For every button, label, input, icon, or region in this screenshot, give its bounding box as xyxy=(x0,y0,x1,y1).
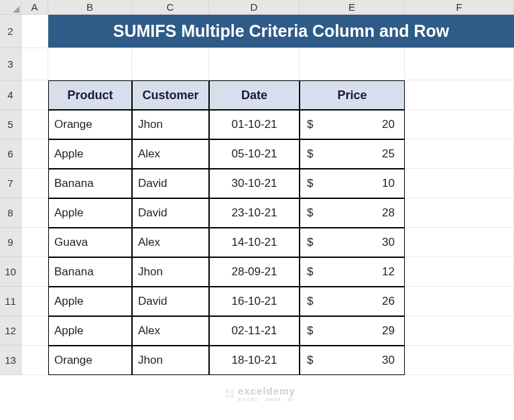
row-header-2[interactable]: 2 xyxy=(0,15,21,48)
table-row[interactable]: $29 xyxy=(300,316,405,346)
col-header-E[interactable]: E xyxy=(300,0,405,15)
cell-A5[interactable] xyxy=(21,110,48,139)
row-header-8[interactable]: 8 xyxy=(0,198,21,228)
cell-B3[interactable] xyxy=(48,48,132,80)
cell-A10[interactable] xyxy=(21,257,48,287)
currency-symbol: $ xyxy=(307,118,313,131)
cell-A6[interactable] xyxy=(21,139,48,169)
row-header-4[interactable]: 4 xyxy=(0,80,21,110)
row-header-11[interactable]: 11 xyxy=(0,287,21,316)
table-row[interactable]: $25 xyxy=(300,139,405,169)
table-row[interactable]: 23-10-21 xyxy=(209,198,300,228)
cell-C3[interactable] xyxy=(132,48,209,80)
table-row[interactable]: David xyxy=(132,169,209,198)
cell-F11[interactable] xyxy=(405,287,514,316)
cell-A7[interactable] xyxy=(21,169,48,198)
table-row[interactable]: 18-10-21 xyxy=(209,346,300,375)
table-row[interactable]: Apple xyxy=(48,316,132,346)
watermark: exceldemy EXCEL · DATA · BI xyxy=(224,385,296,403)
cell-F9[interactable] xyxy=(405,228,514,257)
cell-A4[interactable] xyxy=(21,80,48,110)
col-header-F[interactable]: F xyxy=(405,0,514,15)
price-value: 25 xyxy=(382,147,395,161)
table-row[interactable]: Apple xyxy=(48,287,132,316)
table-header-customer[interactable]: Customer xyxy=(132,80,209,110)
col-header-D[interactable]: D xyxy=(209,0,300,15)
table-row[interactable]: Banana xyxy=(48,169,132,198)
cell-A3[interactable] xyxy=(21,48,48,80)
cell-E3[interactable] xyxy=(300,48,405,80)
cell-F8[interactable] xyxy=(405,198,514,228)
svg-rect-2 xyxy=(226,395,229,398)
cell-A11[interactable] xyxy=(21,287,48,316)
row-header-13[interactable]: 13 xyxy=(0,346,21,375)
table-row[interactable]: $26 xyxy=(300,287,405,316)
watermark-icon xyxy=(224,389,235,399)
cell-A8[interactable] xyxy=(21,198,48,228)
cell-F3[interactable] xyxy=(405,48,514,80)
table-row[interactable]: David xyxy=(132,198,209,228)
svg-rect-0 xyxy=(226,390,229,393)
table-row[interactable]: 16-10-21 xyxy=(209,287,300,316)
currency-symbol: $ xyxy=(307,206,313,220)
table-row[interactable]: 14-10-21 xyxy=(209,228,300,257)
page-title: SUMIFS Multiple Criteria Column and Row xyxy=(48,15,514,48)
svg-rect-3 xyxy=(231,395,234,398)
table-row[interactable]: $30 xyxy=(300,346,405,375)
table-row[interactable]: Alex xyxy=(132,228,209,257)
spreadsheet-grid: A B C D E F 2 SUMIFS Multiple Criteria C… xyxy=(0,0,514,375)
row-header-9[interactable]: 9 xyxy=(0,228,21,257)
table-row[interactable]: Guava xyxy=(48,228,132,257)
price-value: 30 xyxy=(382,236,395,249)
table-row[interactable]: $10 xyxy=(300,169,405,198)
table-row[interactable]: Jhon xyxy=(132,110,209,139)
row-header-5[interactable]: 5 xyxy=(0,110,21,139)
price-value: 12 xyxy=(382,265,395,279)
table-row[interactable]: Alex xyxy=(132,139,209,169)
col-header-C[interactable]: C xyxy=(132,0,209,15)
price-value: 20 xyxy=(382,118,395,131)
cell-A12[interactable] xyxy=(21,316,48,346)
table-row[interactable]: $30 xyxy=(300,228,405,257)
cell-F4[interactable] xyxy=(405,80,514,110)
row-header-12[interactable]: 12 xyxy=(0,316,21,346)
cell-F6[interactable] xyxy=(405,139,514,169)
cell-D3[interactable] xyxy=(209,48,300,80)
table-row[interactable]: $20 xyxy=(300,110,405,139)
cell-A9[interactable] xyxy=(21,228,48,257)
col-header-A[interactable]: A xyxy=(21,0,48,15)
table-row[interactable]: Apple xyxy=(48,139,132,169)
table-row[interactable]: 28-09-21 xyxy=(209,257,300,287)
row-header-3[interactable]: 3 xyxy=(0,48,21,80)
table-row[interactable]: 02-11-21 xyxy=(209,316,300,346)
table-row[interactable]: Banana xyxy=(48,257,132,287)
table-row[interactable]: 30-10-21 xyxy=(209,169,300,198)
row-header-10[interactable]: 10 xyxy=(0,257,21,287)
cell-F5[interactable] xyxy=(405,110,514,139)
table-header-price[interactable]: Price xyxy=(300,80,405,110)
table-row[interactable]: 05-10-21 xyxy=(209,139,300,169)
table-row[interactable]: 01-10-21 xyxy=(209,110,300,139)
cell-F12[interactable] xyxy=(405,316,514,346)
table-row[interactable]: Apple xyxy=(48,198,132,228)
table-row[interactable]: Jhon xyxy=(132,257,209,287)
table-row[interactable]: David xyxy=(132,287,209,316)
table-header-product[interactable]: Product xyxy=(48,80,132,110)
table-header-date[interactable]: Date xyxy=(209,80,300,110)
cell-F13[interactable] xyxy=(405,346,514,375)
cell-F10[interactable] xyxy=(405,257,514,287)
table-row[interactable]: $12 xyxy=(300,257,405,287)
cell-A2[interactable] xyxy=(21,15,48,48)
table-row[interactable]: $28 xyxy=(300,198,405,228)
cell-F7[interactable] xyxy=(405,169,514,198)
col-header-B[interactable]: B xyxy=(48,0,132,15)
table-row[interactable]: Alex xyxy=(132,316,209,346)
cell-A13[interactable] xyxy=(21,346,48,375)
row-header-6[interactable]: 6 xyxy=(0,139,21,169)
table-row[interactable]: Orange xyxy=(48,346,132,375)
table-row[interactable]: Orange xyxy=(48,110,132,139)
table-row[interactable]: Jhon xyxy=(132,346,209,375)
select-all-corner[interactable] xyxy=(0,0,21,15)
price-value: 10 xyxy=(382,177,395,190)
row-header-7[interactable]: 7 xyxy=(0,169,21,198)
